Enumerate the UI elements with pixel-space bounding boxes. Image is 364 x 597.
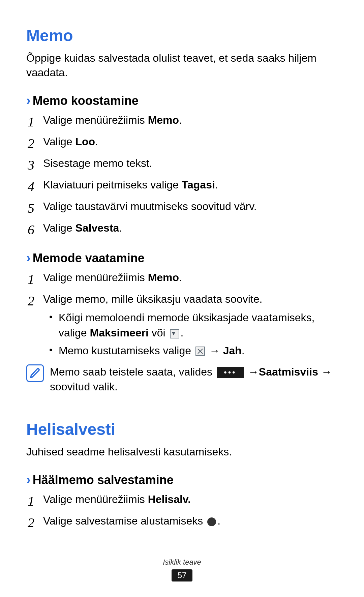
step-text: Klaviatuuri peitmiseks valige Tagasi. bbox=[43, 177, 338, 192]
footer: Isiklik teave 57 bbox=[0, 558, 364, 581]
more-dots-icon: ••• bbox=[217, 367, 244, 378]
step-number: 1 bbox=[26, 492, 43, 511]
step-text: Sisestage memo tekst. bbox=[43, 156, 338, 171]
record-icon bbox=[207, 517, 216, 526]
step: 6 Valige Salvesta. bbox=[26, 220, 338, 239]
step: 1 Valige menüürežiimis Memo. bbox=[26, 113, 338, 131]
subheading-text: Häälmemo salvestamine bbox=[33, 473, 174, 487]
subheading: › Häälmemo salvestamine bbox=[26, 473, 338, 487]
steps-list: 1 Valige menüürežiimis Memo. 2 Valige Lo… bbox=[26, 113, 338, 239]
footer-label: Isiklik teave bbox=[0, 558, 364, 567]
steps-list: 1 Valige menüürežiimis Helisalv. 2 Valig… bbox=[26, 492, 338, 532]
step-text: Valige Salvesta. bbox=[43, 220, 338, 236]
heading-recorder: Helisalvesti bbox=[26, 420, 338, 439]
heading-memo: Memo bbox=[26, 26, 338, 45]
section-memo-view: › Memode vaatamine 1 Valige menüürežiimi… bbox=[26, 251, 338, 394]
step-text: Valige menüürežiimis Helisalv. bbox=[43, 492, 338, 507]
step: 3 Sisestage memo tekst. bbox=[26, 156, 338, 175]
step-number: 3 bbox=[26, 156, 43, 175]
step-number: 4 bbox=[26, 177, 43, 196]
bullet-text: Memo kustutamiseks valige → Jah. bbox=[59, 343, 338, 358]
chevron-icon: › bbox=[26, 93, 31, 108]
step: 2 Valige memo, mille üksikasju vaadata s… bbox=[26, 292, 338, 361]
subheading: › Memo koostamine bbox=[26, 93, 338, 108]
subheading: › Memode vaatamine bbox=[26, 251, 338, 265]
step-number: 2 bbox=[26, 134, 43, 153]
steps-list: 1 Valige menüürežiimis Memo. 2 Valige me… bbox=[26, 270, 338, 361]
bullets: • Kõigi memoloendi memode üksikasjade va… bbox=[43, 310, 338, 358]
step-text: Valige taustavärvi muutmiseks soovitud v… bbox=[43, 199, 338, 214]
page-number: 57 bbox=[172, 569, 193, 581]
bullet-item: • Kõigi memoloendi memode üksikasjade va… bbox=[43, 310, 338, 340]
step-number: 2 bbox=[26, 292, 43, 310]
step-number: 6 bbox=[26, 220, 43, 239]
step: 1 Valige menüürežiimis Helisalv. bbox=[26, 492, 338, 511]
step: 1 Valige menüürežiimis Memo. bbox=[26, 270, 338, 289]
note-icon bbox=[26, 364, 44, 382]
bullet-icon: • bbox=[49, 310, 59, 323]
step-text: Valige menüürežiimis Memo. bbox=[43, 270, 338, 285]
step-text: Valige memo, mille üksikasju vaadata soo… bbox=[43, 292, 338, 361]
memo-intro: Õppige kuidas salvestada olulist teavet,… bbox=[26, 51, 338, 80]
section-voice-record: › Häälmemo salvestamine 1 Valige menüüre… bbox=[26, 473, 338, 532]
step-text: Valige salvestamise alustamiseks . bbox=[43, 513, 338, 529]
recorder-intro: Juhised seadme helisalvesti kasutamiseks… bbox=[26, 445, 338, 459]
subheading-text: Memo koostamine bbox=[33, 94, 139, 108]
expand-icon bbox=[170, 329, 179, 338]
bullet-icon: • bbox=[49, 343, 59, 356]
step-number: 5 bbox=[26, 199, 43, 218]
step: 5 Valige taustavärvi muutmiseks soovitud… bbox=[26, 199, 338, 218]
note: Memo saab teistele saata, valides ••• →S… bbox=[26, 364, 338, 395]
step-number: 1 bbox=[26, 113, 43, 131]
step-text: Valige Loo. bbox=[43, 134, 338, 149]
bullet-item: • Memo kustutamiseks valige → Jah. bbox=[43, 343, 338, 358]
chevron-icon: › bbox=[26, 473, 31, 487]
chevron-icon: › bbox=[26, 251, 31, 265]
step: 2 Valige salvestamise alustamiseks . bbox=[26, 513, 338, 532]
section-memo-create: › Memo koostamine 1 Valige menüürežiimis… bbox=[26, 93, 338, 239]
page: Memo Õppige kuidas salvestada olulist te… bbox=[0, 0, 364, 597]
subheading-text: Memode vaatamine bbox=[33, 251, 145, 265]
note-text: Memo saab teistele saata, valides ••• →S… bbox=[50, 364, 338, 395]
step: 2 Valige Loo. bbox=[26, 134, 338, 153]
step-text: Valige menüürežiimis Memo. bbox=[43, 113, 338, 128]
bullet-text: Kõigi memoloendi memode üksikasjade vaat… bbox=[59, 310, 338, 340]
step-number: 2 bbox=[26, 513, 43, 532]
step-number: 1 bbox=[26, 270, 43, 289]
delete-icon bbox=[195, 347, 205, 356]
step: 4 Klaviatuuri peitmiseks valige Tagasi. bbox=[26, 177, 338, 196]
